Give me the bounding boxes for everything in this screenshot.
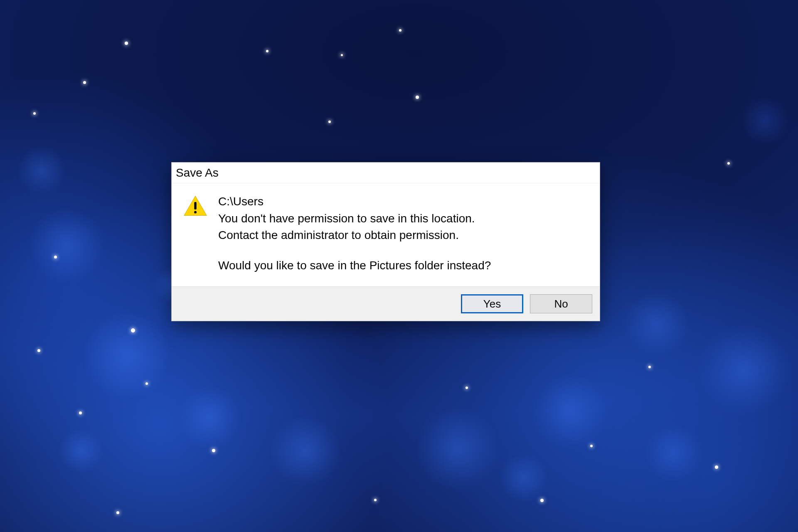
dialog-message: C:\Users You don't have permission to sa… <box>218 193 588 274</box>
svg-point-2 <box>194 211 197 213</box>
warning-icon <box>183 195 207 217</box>
message-line-2: Contact the administrator to obtain perm… <box>218 227 588 244</box>
message-prompt: Would you like to save in the Pictures f… <box>218 257 588 274</box>
dialog-titlebar[interactable]: Save As <box>172 163 600 183</box>
save-as-dialog: Save As C:\Users You don't have permissi… <box>171 162 600 321</box>
no-button[interactable]: No <box>530 294 592 313</box>
dialog-button-row: Yes No <box>172 286 600 321</box>
dialog-body: C:\Users You don't have permission to sa… <box>172 183 600 286</box>
yes-button[interactable]: Yes <box>461 294 523 313</box>
dialog-title: Save As <box>176 166 219 180</box>
message-path: C:\Users <box>218 193 588 210</box>
svg-rect-1 <box>194 202 196 209</box>
message-line-1: You don't have permission to save in thi… <box>218 210 588 227</box>
